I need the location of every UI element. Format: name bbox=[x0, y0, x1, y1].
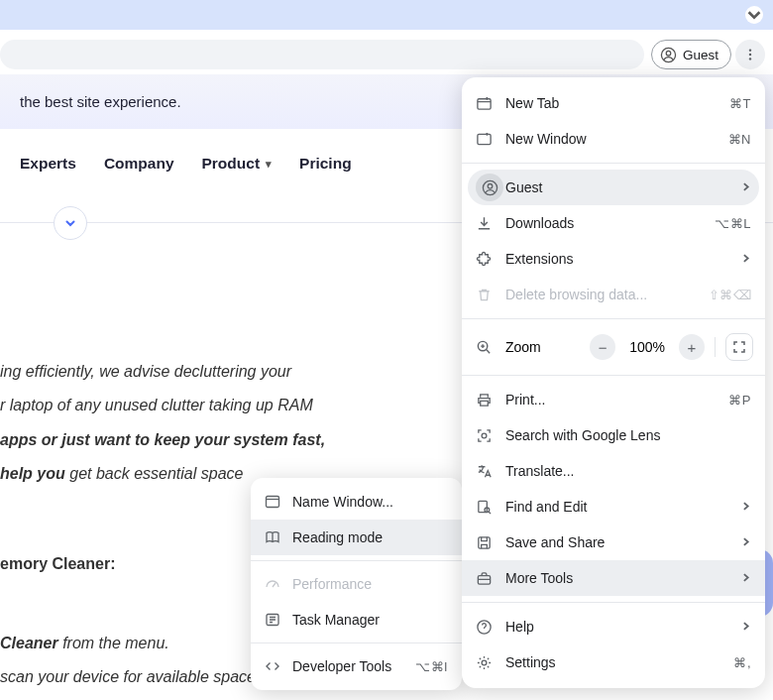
menu-delete-browsing-data: Delete browsing data... ⇧⌘⌫ bbox=[462, 277, 765, 312]
user-circle-icon bbox=[660, 47, 677, 63]
menu-new-tab[interactable]: New Tab ⌘T bbox=[462, 85, 765, 121]
svg-point-2 bbox=[749, 49, 751, 51]
zoom-divider bbox=[715, 337, 716, 357]
submenu-task-manager[interactable]: Task Manager bbox=[251, 602, 462, 638]
svg-rect-5 bbox=[267, 497, 279, 508]
nav-pricing[interactable]: Pricing bbox=[299, 155, 352, 173]
nav-company[interactable]: Company bbox=[104, 155, 174, 173]
menu-extensions[interactable]: Extensions bbox=[462, 241, 765, 277]
svg-rect-7 bbox=[478, 98, 491, 108]
menu-help[interactable]: Help bbox=[462, 609, 765, 644]
menu-find-edit[interactable]: Find and Edit bbox=[462, 489, 765, 525]
more-tools-submenu: Name Window... Reading mode Performance … bbox=[251, 478, 462, 690]
chevron-right-icon bbox=[740, 534, 751, 550]
menu-more-tools[interactable]: More Tools bbox=[462, 560, 765, 596]
menu-shortcut: ⌘, bbox=[733, 655, 751, 670]
user-circle-icon bbox=[482, 179, 498, 196]
menu-label: Print... bbox=[505, 392, 728, 408]
content-span: from the menu. bbox=[58, 635, 169, 651]
svg-rect-15 bbox=[479, 536, 490, 547]
submenu-label: Name Window... bbox=[292, 494, 448, 510]
menu-shortcut: ⌥⌘L bbox=[715, 216, 751, 231]
chevron-right-icon bbox=[740, 570, 751, 586]
new-tab-icon bbox=[476, 95, 493, 112]
menu-label: New Window bbox=[505, 131, 728, 147]
menu-separator bbox=[462, 318, 765, 319]
topbar-chevron-button[interactable] bbox=[745, 6, 763, 24]
translate-icon bbox=[476, 463, 493, 480]
submenu-name-window[interactable]: Name Window... bbox=[251, 484, 462, 520]
svg-point-1 bbox=[666, 51, 671, 56]
menu-new-window[interactable]: New Window ⌘N bbox=[462, 121, 765, 157]
menu-label: Save and Share bbox=[505, 534, 740, 550]
trash-icon bbox=[476, 287, 493, 303]
task-manager-icon bbox=[265, 612, 280, 628]
nav-pricing-label: Pricing bbox=[299, 155, 352, 173]
book-open-icon bbox=[265, 529, 280, 545]
submenu-shortcut: ⌥⌘I bbox=[415, 659, 448, 674]
submenu-developer-tools[interactable]: Developer Tools ⌥⌘I bbox=[251, 648, 462, 684]
printer-icon bbox=[476, 392, 493, 408]
briefcase-icon bbox=[476, 570, 493, 587]
submenu-label: Reading mode bbox=[292, 529, 448, 545]
lens-icon bbox=[476, 427, 493, 444]
search-doc-icon bbox=[476, 499, 493, 516]
menu-label: Extensions bbox=[505, 251, 740, 267]
zoom-out-button[interactable]: − bbox=[590, 334, 615, 360]
submenu-separator bbox=[251, 560, 462, 561]
submenu-performance: Performance bbox=[251, 566, 462, 602]
chevron-down-icon: ▾ bbox=[266, 158, 272, 171]
svg-point-3 bbox=[749, 54, 751, 56]
menu-label: Find and Edit bbox=[505, 499, 740, 515]
menu-label: Settings bbox=[505, 654, 733, 670]
svg-point-12 bbox=[482, 433, 487, 438]
code-icon bbox=[265, 658, 280, 674]
profile-guest-button[interactable]: Guest bbox=[651, 40, 731, 69]
nav-experts[interactable]: Experts bbox=[20, 155, 76, 173]
puzzle-icon bbox=[476, 251, 493, 268]
nav-experts-label: Experts bbox=[20, 155, 76, 173]
svg-point-18 bbox=[482, 660, 487, 665]
address-bar[interactable] bbox=[0, 40, 644, 69]
kebab-icon bbox=[743, 48, 757, 61]
magnify-plus-icon bbox=[476, 339, 493, 356]
svg-point-10 bbox=[488, 183, 493, 188]
browser-menu-button[interactable] bbox=[735, 40, 765, 69]
chevron-right-icon bbox=[740, 619, 751, 635]
submenu-reading-mode[interactable]: Reading mode bbox=[251, 520, 462, 555]
menu-separator bbox=[462, 602, 765, 603]
menu-translate[interactable]: Translate... bbox=[462, 453, 765, 489]
menu-settings[interactable]: Settings ⌘, bbox=[462, 644, 765, 680]
menu-save-share[interactable]: Save and Share bbox=[462, 525, 765, 560]
menu-label: More Tools bbox=[505, 570, 740, 586]
menu-downloads[interactable]: Downloads ⌥⌘L bbox=[462, 205, 765, 241]
help-icon bbox=[476, 619, 493, 636]
chevron-right-icon bbox=[740, 499, 751, 515]
fullscreen-button[interactable] bbox=[725, 333, 753, 361]
gear-icon bbox=[476, 654, 493, 671]
expand-section-button[interactable] bbox=[54, 206, 87, 240]
cookie-text: the best site experience. bbox=[20, 93, 181, 110]
menu-guest[interactable]: Guest bbox=[468, 170, 759, 205]
menu-google-lens[interactable]: Search with Google Lens bbox=[462, 417, 765, 453]
menu-print[interactable]: Print... ⌘P bbox=[462, 382, 765, 417]
menu-label: Downloads bbox=[505, 215, 715, 231]
submenu-label: Developer Tools bbox=[292, 658, 415, 674]
zoom-value: 100% bbox=[615, 339, 679, 355]
menu-label: Translate... bbox=[505, 463, 751, 479]
chevron-down-icon bbox=[64, 217, 76, 229]
window-topbar bbox=[0, 0, 773, 30]
window-icon bbox=[265, 494, 280, 510]
menu-zoom-row: Zoom − 100% + bbox=[462, 325, 765, 369]
zoom-in-button[interactable]: + bbox=[679, 334, 705, 360]
browser-toolbar: Guest bbox=[0, 30, 773, 74]
nav-product[interactable]: Product▾ bbox=[202, 155, 273, 173]
chevron-right-icon bbox=[740, 179, 751, 195]
menu-label: Help bbox=[505, 619, 740, 635]
menu-shortcut: ⌘T bbox=[729, 96, 751, 111]
menu-shortcut: ⌘N bbox=[728, 132, 751, 147]
chevron-down-icon bbox=[745, 6, 763, 24]
download-icon bbox=[476, 215, 493, 232]
browser-main-menu: New Tab ⌘T New Window ⌘N Guest Downloads… bbox=[462, 77, 765, 688]
menu-shortcut: ⌘P bbox=[728, 393, 751, 408]
